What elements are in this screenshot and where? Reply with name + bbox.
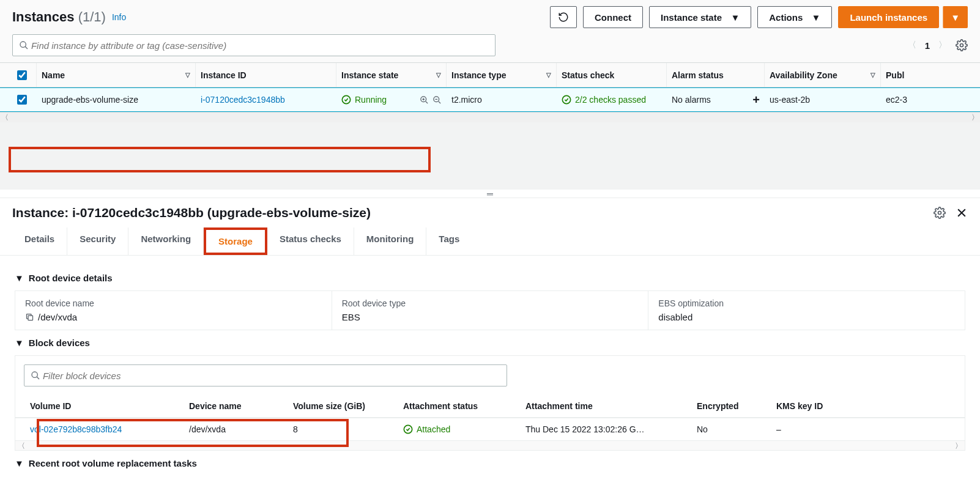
svg-point-0 bbox=[20, 42, 26, 47]
tab-storage[interactable]: Storage bbox=[204, 227, 267, 255]
page-prev[interactable]: 〈 bbox=[908, 40, 916, 51]
spacer bbox=[0, 122, 980, 190]
col-dns[interactable]: Publ bbox=[886, 70, 904, 80]
encrypted: No bbox=[691, 424, 770, 434]
close-icon[interactable] bbox=[956, 207, 968, 219]
attachment-status: Attached bbox=[417, 424, 450, 434]
tab-monitoring[interactable]: Monitoring bbox=[354, 227, 426, 255]
alarm-status: No alarms bbox=[672, 95, 711, 105]
info-link[interactable]: Info bbox=[112, 12, 126, 22]
caret-down-icon: ▼ bbox=[15, 273, 24, 283]
tab-networking[interactable]: Networking bbox=[128, 227, 204, 255]
col-instance-state[interactable]: Instance state bbox=[341, 70, 398, 80]
copy-icon[interactable] bbox=[25, 312, 34, 322]
page-next[interactable]: 〉 bbox=[938, 40, 947, 51]
check-circle-icon bbox=[562, 95, 571, 105]
launch-instances-caret[interactable]: ▼ bbox=[943, 6, 968, 28]
kms-key: – bbox=[770, 424, 868, 434]
svg-rect-7 bbox=[28, 316, 33, 320]
ebs-optimization-label: EBS optimization bbox=[658, 298, 955, 308]
section-block-devices[interactable]: ▼Block devices bbox=[15, 338, 965, 348]
block-device-row[interactable]: vol-02e792b8c98b3fb24 /dev/xvda 8 Attach… bbox=[15, 418, 965, 440]
section-root-device[interactable]: ▼Root device details bbox=[15, 273, 965, 283]
search-wrapper[interactable] bbox=[12, 34, 496, 56]
sort-icon[interactable]: ▽ bbox=[870, 72, 875, 78]
svg-point-6 bbox=[938, 212, 941, 215]
section-recent-tasks[interactable]: ▼Recent root volume replacement tasks bbox=[15, 458, 965, 468]
status-check: 2/2 checks passed bbox=[575, 95, 646, 105]
tab-status-checks[interactable]: Status checks bbox=[267, 227, 354, 255]
tab-security[interactable]: Security bbox=[67, 227, 128, 255]
root-device-name-label: Root device name bbox=[25, 298, 322, 308]
col-attachment-status[interactable]: Attachment status bbox=[397, 401, 519, 411]
table-row[interactable]: upgrade-ebs-volume-size i-07120cedc3c194… bbox=[0, 87, 980, 112]
check-circle-icon bbox=[403, 424, 413, 434]
search-icon bbox=[31, 371, 40, 380]
col-status-check[interactable]: Status check bbox=[562, 70, 614, 80]
root-device-type-value: EBS bbox=[342, 312, 639, 322]
device-name: /dev/xvda bbox=[183, 424, 287, 434]
col-device-name[interactable]: Device name bbox=[183, 401, 287, 411]
col-alarm-status[interactable]: Alarm status bbox=[672, 70, 724, 80]
search-icon bbox=[19, 40, 29, 50]
settings-icon[interactable] bbox=[956, 39, 968, 51]
col-encrypted[interactable]: Encrypted bbox=[691, 401, 770, 411]
instance-id-link[interactable]: i-07120cedc3c1948bb bbox=[201, 95, 285, 105]
col-name[interactable]: Name bbox=[42, 70, 65, 80]
sort-icon[interactable]: ▽ bbox=[546, 72, 551, 78]
volume-size: 8 bbox=[287, 424, 397, 434]
col-volume-id[interactable]: Volume ID bbox=[24, 401, 183, 411]
refresh-button[interactable] bbox=[550, 6, 577, 28]
check-circle-icon bbox=[341, 95, 351, 105]
zoom-out-icon[interactable] bbox=[432, 95, 442, 105]
caret-down-icon: ▼ bbox=[15, 458, 24, 468]
connect-button[interactable]: Connect bbox=[583, 6, 643, 28]
col-attachment-time[interactable]: Attachment time bbox=[519, 401, 691, 411]
search-input[interactable] bbox=[31, 40, 489, 51]
instance-state-dropdown[interactable]: Instance state ▼ bbox=[649, 6, 751, 28]
tab-tags[interactable]: Tags bbox=[426, 227, 472, 255]
root-device-type-label: Root device type bbox=[342, 298, 639, 308]
refresh-icon bbox=[558, 12, 569, 23]
detail-title: Instance: i-07120cedc3c1948bb (upgrade-e… bbox=[12, 205, 371, 220]
public-dns: ec2-3 bbox=[886, 95, 907, 105]
add-alarm-icon[interactable]: + bbox=[752, 93, 760, 107]
instance-count: (1/1) bbox=[78, 9, 106, 24]
sort-icon[interactable]: ▽ bbox=[185, 72, 190, 78]
caret-down-icon: ▼ bbox=[15, 338, 24, 348]
root-device-name-value: /dev/xvda bbox=[38, 312, 77, 322]
col-instance-type[interactable]: Instance type bbox=[451, 70, 506, 80]
tab-details[interactable]: Details bbox=[12, 227, 67, 255]
settings-icon[interactable] bbox=[934, 207, 946, 219]
ebs-optimization-value: disabled bbox=[658, 312, 955, 322]
col-volume-size[interactable]: Volume size (GiB) bbox=[287, 401, 397, 411]
instance-type: t2.micro bbox=[451, 95, 482, 105]
resize-handle[interactable]: ═ bbox=[0, 190, 980, 198]
col-instance-id[interactable]: Instance ID bbox=[201, 70, 247, 80]
page-number: 1 bbox=[925, 40, 930, 51]
zoom-in-icon[interactable] bbox=[420, 95, 429, 105]
sort-icon[interactable]: ▽ bbox=[436, 72, 441, 78]
availability-zone: us-east-2b bbox=[770, 95, 810, 105]
select-all-checkbox[interactable] bbox=[17, 70, 27, 80]
attachment-time: Thu Dec 15 2022 13:02:26 G… bbox=[519, 424, 691, 434]
row-checkbox[interactable] bbox=[17, 95, 27, 105]
launch-instances-button[interactable]: Launch instances bbox=[838, 6, 939, 28]
svg-point-1 bbox=[960, 44, 963, 47]
page-title: Instances (1/1) bbox=[12, 9, 106, 25]
svg-point-8 bbox=[32, 372, 37, 377]
instance-name: upgrade-ebs-volume-size bbox=[42, 95, 138, 105]
col-az[interactable]: Availability Zone bbox=[770, 70, 837, 80]
volume-id-link[interactable]: vol-02e792b8c98b3fb24 bbox=[30, 424, 122, 434]
block-filter-input[interactable] bbox=[43, 371, 500, 381]
horizontal-scrollbar[interactable]: 〈〉 bbox=[0, 113, 980, 122]
horizontal-scrollbar[interactable]: 〈〉 bbox=[15, 440, 965, 450]
actions-dropdown[interactable]: Actions ▼ bbox=[757, 6, 832, 28]
block-filter-wrapper[interactable] bbox=[24, 364, 507, 386]
instance-state: Running bbox=[355, 95, 387, 105]
col-kms-key[interactable]: KMS key ID bbox=[770, 401, 868, 411]
